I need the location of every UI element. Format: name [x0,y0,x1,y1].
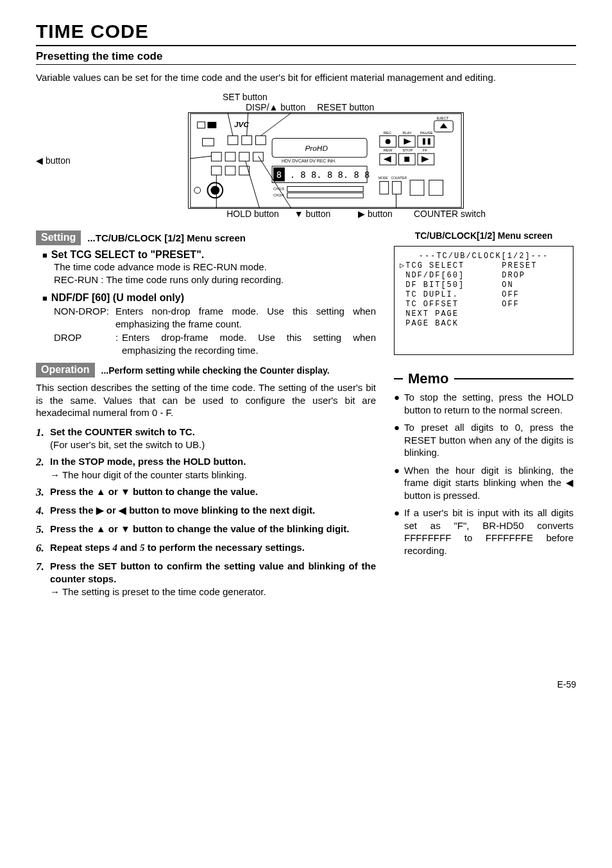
step-7: 7. Press the SET button to confirm the s… [36,560,376,599]
nondrop-desc: Enters non-drop frame mode. Use this set… [115,305,376,330]
page-title: TIME CODE [36,21,576,42]
menu-row: TC DUPLI.OFF [400,290,568,300]
operation-tag-text: ...Perform setting while checking the Co… [101,365,330,376]
page: TIME CODE Presetting the time code Varia… [0,0,612,715]
svg-rect-35 [428,139,430,145]
label-right-button: ▶ button [337,209,414,219]
step-lead: Press the ▲ or ▼ button to change the va… [50,523,349,534]
menu-cursor-icon: ▷ [400,261,405,271]
menu-row: ▷TCG SELECTPRESET [400,261,568,271]
bullet-icon: ● [394,464,404,502]
menu-row: TC OFFSETOFF [400,300,568,309]
svg-text:. 8 8. 8 8. 8 8: . 8 8. 8 8. 8 8 [290,169,370,180]
memo-rule-right [454,378,574,379]
menu-key: NEXT PAGE [405,309,502,319]
right-column: TC/UB/CLOCK[1/2] Menu screen ---TC/UB/CL… [394,230,574,602]
square-bullet-icon: ■ [42,293,47,303]
memo-title: Memo [408,370,449,387]
page-number: E-59 [36,679,576,690]
menu-key: TC OFFSET [405,300,502,309]
memo-text: If a user's bit is input with its all di… [404,507,574,557]
rec-run-desc: The time code runs only during recording… [106,274,284,285]
menu-caption: TC/UB/CLOCK[1/2] Menu screen [394,230,574,241]
step-lead: In the STOP mode, press the HOLD button. [50,456,246,467]
operation-steps: 1. Set the COUNTER switch to TC. (For us… [36,426,376,599]
svg-text:PAUSE: PAUSE [420,131,433,135]
label-down-button: ▼ button [288,209,337,219]
setting-item-1-line1: The time code advance mode is REC-RUN mo… [54,261,376,273]
svg-text:EJECT: EJECT [437,116,449,120]
drop-row: DROP : Enters drop-frame mode. Use this … [54,331,376,356]
menu-value: ON [502,281,513,290]
step-number: 6. [36,541,50,556]
content-columns: Setting ...TC/UB/CLOCK [1/2] Menu screen… [36,230,576,602]
label-disp-button: DISP/▲ button [246,102,305,112]
rule-thin [36,64,576,65]
step-3: 3. Press the ▲ or ▼ button to change the… [36,485,376,500]
device-diagram: SET button DISP/▲ button RESET button ◀ … [36,92,576,219]
menu-cursor-icon [400,290,405,300]
menu-cursor-icon [400,281,405,290]
svg-text:HDV   DVCAM   DV   REC INH.: HDV DVCAM DV REC INH. [282,159,336,163]
setting-item-1-line2: REC-RUN : The time code runs only during… [54,273,376,286]
operation-tag: Operation [36,363,95,378]
subheading: Presetting the time code [36,50,576,63]
menu-row: PAGE BACK [400,319,568,329]
step6-pre: Repeat steps [50,542,113,553]
memo-text: To stop the setting, press the HOLD butt… [404,391,574,416]
menu-row: NDF/DF[60]DROP [400,271,568,281]
label-set-button: SET button [223,92,511,102]
menu-value: DROP [502,271,525,281]
step-lead: Press the ▲ or ▼ button to change the va… [50,486,258,497]
menu-cursor-icon [400,300,405,309]
menu-key: TC DUPLI. [405,290,502,300]
drop-sep: : [115,331,122,356]
left-column: Setting ...TC/UB/CLOCK [1/2] Menu screen… [36,230,376,602]
step-sub: → The hour digit of the counter starts b… [50,469,376,482]
svg-text:8: 8 [276,169,282,180]
setting-header: Setting ...TC/UB/CLOCK [1/2] Menu screen [36,230,376,245]
step-sub: (For user's bit, set the switch to UB.) [50,438,376,451]
menu-key: NDF/DF[60] [405,271,502,281]
label-reset-button: RESET button [317,102,374,112]
step-number: 1. [36,426,50,452]
step6-mid: and [117,542,140,553]
step-lead: Repeat steps 4 and 5 to perform the nece… [50,542,305,553]
setting-item-1: ■Set TCG SELECT to "PRESET". The time co… [42,249,376,286]
square-bullet-icon: ■ [42,250,47,260]
memo-text: To preset all digits to 0, press the RES… [404,421,574,459]
step-number: 7. [36,560,50,599]
label-counter-switch: COUNTER switch [414,209,486,219]
memo-list: ●To stop the setting, press the HOLD but… [394,391,574,557]
menu-value: PRESET [502,261,537,271]
drop-desc: Enters drop-frame mode. Use this setting… [122,331,376,356]
svg-text:REW: REW [384,148,393,152]
menu-key: TCG SELECT [405,261,502,271]
device-svg: JVC ProHD [188,112,464,209]
memo-item: ●If a user's bit is input with its all d… [394,507,574,557]
step-number: 4. [36,504,50,519]
menu-cursor-icon [400,309,405,319]
setting-item-2-head: NDF/DF [60] (U model only) [51,292,184,304]
step-number: 3. [36,485,50,500]
menu-key: PAGE BACK [405,319,502,329]
step-lead: Press the ▶ or ◀ button to move blinking… [50,505,315,516]
step6-it2: 5 [140,542,145,553]
menu-header: ---TC/UB/CLOCK[1/2]--- [400,252,568,261]
setting-item-1-head: Set TCG SELECT to "PRESET". [51,249,204,261]
rule [36,45,576,46]
menu-row: NEXT PAGE [400,309,568,319]
label-hold-button: HOLD button [217,209,288,219]
step-sub: → The setting is preset to the time code… [50,586,376,598]
svg-point-16 [210,186,219,195]
memo-text: When the hour digit is blinking, the fra… [404,464,574,502]
svg-text:FF: FF [423,148,428,152]
svg-rect-2 [207,122,216,128]
menu-cursor-icon [400,271,405,281]
nondrop-term: NON-DROP: [54,305,115,330]
memo-item: ●To stop the setting, press the HOLD but… [394,391,574,416]
bullet-icon: ● [394,391,404,416]
step-lead: Press the SET button to confirm the sett… [50,560,376,584]
menu-row: DF BIT[50]ON [400,281,568,290]
step-5: 5. Press the ▲ or ▼ button to change the… [36,523,376,537]
